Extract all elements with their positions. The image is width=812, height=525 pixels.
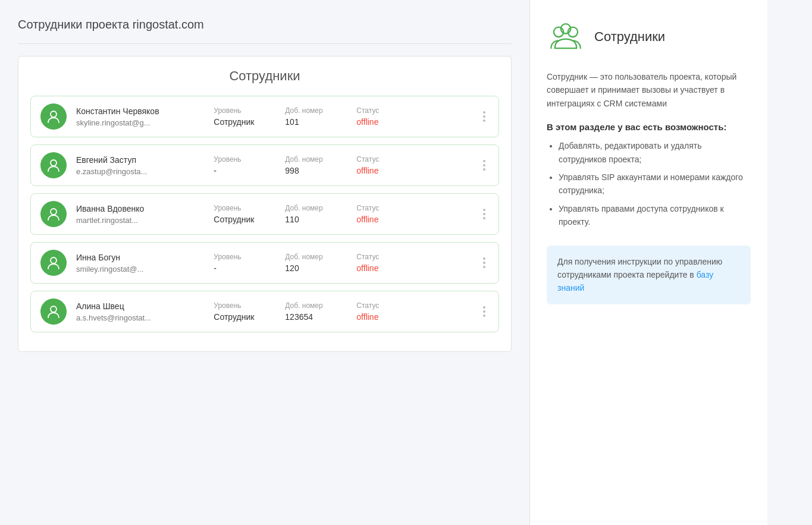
level-label: Уровень — [214, 253, 241, 261]
status-field: Статус offline — [356, 204, 404, 224]
status-label: Статус — [356, 155, 379, 164]
employees-card: Сотрудники Константин Червяков skyline.r… — [18, 56, 512, 352]
ext-number-field: Доб. номер 998 — [285, 155, 333, 175]
status-value: offline — [356, 117, 378, 127]
level-label: Уровень — [214, 155, 241, 164]
ext-number-label: Доб. номер — [285, 106, 322, 115]
employee-menu-button[interactable] — [479, 255, 489, 271]
status-value: offline — [356, 312, 378, 322]
employees-list: Константин Червяков skyline.ringostat@g.… — [30, 96, 499, 332]
list-item: Добавлять, редактировать и удалять сотру… — [559, 139, 751, 166]
status-field: Статус offline — [356, 155, 404, 175]
avatar — [40, 250, 67, 276]
menu-dot — [483, 306, 485, 309]
avatar — [40, 103, 67, 130]
ext-number-field: Доб. номер 101 — [285, 106, 333, 127]
level-value: Сотрудник — [214, 215, 254, 224]
level-value: Сотрудник — [214, 117, 254, 127]
avatar — [40, 152, 67, 178]
menu-dot — [483, 310, 485, 313]
main-panel: Сотрудники проекта ringostat.com Сотрудн… — [0, 0, 529, 525]
employees-card-title: Сотрудники — [30, 68, 499, 84]
employee-fields: Уровень - Доб. номер 998 Статус offline — [214, 155, 470, 175]
status-label: Статус — [356, 204, 379, 212]
ext-number-field: Доб. номер 123654 — [285, 301, 333, 322]
menu-dot — [483, 111, 485, 114]
status-value: offline — [356, 215, 378, 224]
ext-number-field: Доб. номер 120 — [285, 253, 333, 273]
page-title: Сотрудники проекта ringostat.com — [18, 18, 512, 44]
menu-dot — [483, 213, 485, 215]
employee-email: martlet.ringostat... — [76, 216, 204, 225]
employee-email: a.s.hvets@ringostat... — [76, 313, 204, 322]
level-field: Уровень Сотрудник — [214, 106, 261, 127]
employee-fields: Уровень Сотрудник Доб. номер 101 Статус … — [214, 106, 470, 127]
sidebar: Сотрудники Сотрудник — это пользователь … — [529, 0, 767, 525]
ext-number-value: 998 — [285, 166, 299, 175]
status-label: Статус — [356, 253, 379, 261]
table-row: Алина Швец a.s.hvets@ringostat... Уровен… — [30, 291, 499, 332]
svg-point-0 — [51, 111, 57, 117]
svg-point-4 — [51, 306, 57, 312]
employee-menu-button[interactable] — [479, 109, 489, 124]
employee-name: Евгений Заступ — [76, 155, 204, 165]
status-value: offline — [356, 263, 378, 273]
ext-number-label: Доб. номер — [285, 253, 322, 261]
employee-menu-button[interactable] — [479, 158, 489, 173]
ext-number-value: 101 — [285, 117, 299, 127]
menu-dot — [483, 168, 485, 171]
level-field: Уровень - — [214, 253, 261, 273]
ext-number-label: Доб. номер — [285, 155, 322, 164]
ext-number-value: 110 — [285, 215, 299, 224]
menu-dot — [483, 209, 485, 211]
sidebar-header: Сотрудники — [547, 18, 751, 56]
level-value: - — [214, 263, 217, 273]
sidebar-title: Сотрудники — [594, 29, 665, 45]
level-label: Уровень — [214, 106, 241, 115]
status-label: Статус — [356, 106, 379, 115]
list-item: Управлять правами доступа сотрудников к … — [559, 202, 751, 229]
avatar — [40, 298, 67, 325]
level-label: Уровень — [214, 301, 241, 310]
employee-menu-button[interactable] — [479, 304, 489, 319]
menu-dot — [483, 217, 485, 219]
list-item: Управлять SIP аккаунтами и номерами кажд… — [559, 171, 751, 197]
level-label: Уровень — [214, 204, 241, 212]
level-field: Уровень - — [214, 155, 261, 175]
sidebar-info-box: Для получения инструкции по управлению с… — [547, 246, 751, 304]
menu-dot — [483, 164, 485, 166]
employee-info: Инна Богун smiley.ringostat@... — [76, 253, 204, 273]
status-field: Статус offline — [356, 253, 404, 273]
menu-dot — [483, 160, 485, 162]
level-field: Уровень Сотрудник — [214, 204, 261, 224]
table-row: Константин Червяков skyline.ringostat@g.… — [30, 96, 499, 137]
svg-point-1 — [51, 160, 57, 166]
menu-dot — [483, 266, 485, 268]
employee-info: Алина Швец a.s.hvets@ringostat... — [76, 301, 204, 322]
employee-info: Иванна Вдовенко martlet.ringostat... — [76, 204, 204, 225]
level-field: Уровень Сотрудник — [214, 301, 261, 322]
employees-icon — [547, 18, 585, 56]
employee-name: Инна Богун — [76, 253, 204, 262]
table-row: Инна Богун smiley.ringostat@... Уровень … — [30, 242, 499, 284]
employee-menu-button[interactable] — [479, 206, 489, 222]
svg-point-3 — [51, 257, 57, 263]
svg-point-2 — [51, 209, 57, 215]
status-label: Статус — [356, 301, 379, 310]
ext-number-field: Доб. номер 110 — [285, 204, 333, 224]
employee-fields: Уровень - Доб. номер 120 Статус offline — [214, 253, 470, 273]
employee-name: Константин Червяков — [76, 106, 204, 116]
employee-email: skyline.ringostat@g... — [76, 118, 204, 127]
ext-number-label: Доб. номер — [285, 204, 322, 212]
status-field: Статус offline — [356, 301, 404, 322]
employee-info: Евгений Заступ e.zastup@ringosta... — [76, 155, 204, 176]
employee-email: e.zastup@ringosta... — [76, 167, 204, 176]
menu-dot — [483, 262, 485, 264]
sidebar-section-title: В этом разделе у вас есть возможность: — [547, 122, 751, 132]
menu-dot — [483, 257, 485, 260]
table-row: Евгений Заступ e.zastup@ringosta... Уров… — [30, 144, 499, 186]
level-value: - — [214, 166, 217, 175]
employee-email: smiley.ringostat@... — [76, 265, 204, 273]
status-value: offline — [356, 166, 378, 175]
employee-fields: Уровень Сотрудник Доб. номер 123654 Стат… — [214, 301, 470, 322]
